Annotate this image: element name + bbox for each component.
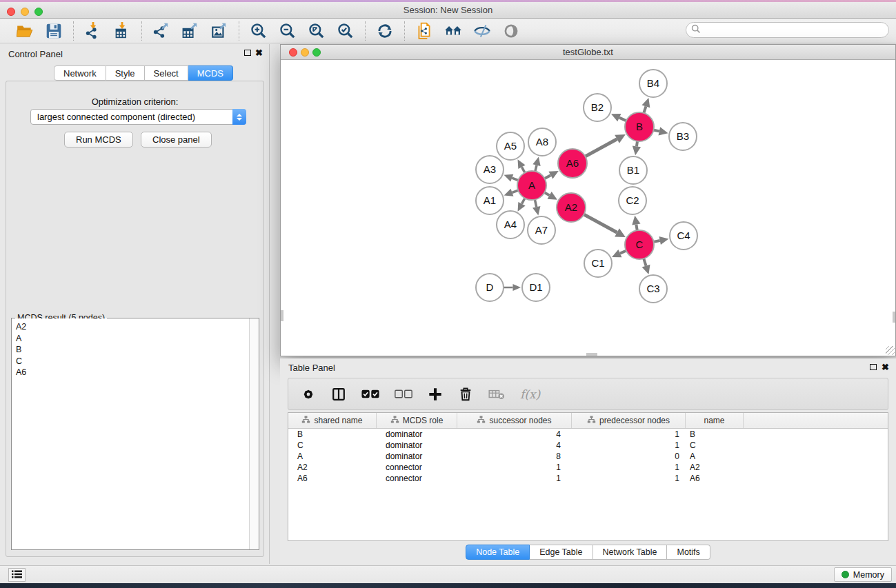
optimization-criterion-select[interactable]: largest connected component (directed)	[30, 109, 246, 125]
copy-network-icon[interactable]	[415, 21, 434, 41]
tab-network-table[interactable]: Network Table	[593, 545, 668, 560]
column-header-name[interactable]: name	[686, 413, 744, 428]
svg-text:C: C	[636, 239, 644, 250]
table-panel: Table Panel ✖ f(x) shared nameMCDS roles…	[280, 358, 896, 564]
tab-mcds[interactable]: MCDS	[188, 65, 233, 81]
add-column-icon[interactable]	[428, 387, 443, 402]
import-network-icon[interactable]	[83, 21, 103, 41]
graph-node-A3[interactable]: A3	[476, 156, 504, 183]
search-icon	[691, 24, 701, 36]
graph-node-A5[interactable]: A5	[497, 132, 524, 160]
memory-button[interactable]: Memory	[834, 567, 892, 582]
gear-icon[interactable]	[301, 387, 316, 402]
split-columns-icon[interactable]	[331, 387, 346, 402]
function-builder-icon[interactable]: f(x)	[520, 387, 540, 401]
open-file-icon[interactable]	[15, 21, 34, 41]
table-close-panel-icon[interactable]: ✖	[882, 362, 889, 372]
table-row[interactable]: Cdominator41C	[288, 440, 888, 451]
refresh-layout-icon[interactable]	[375, 21, 395, 41]
graph-node-C1[interactable]: C1	[584, 250, 612, 277]
table-float-panel-icon[interactable]	[870, 363, 877, 372]
task-list-icon	[12, 570, 22, 580]
select-all-icon[interactable]	[361, 389, 379, 399]
network-canvas[interactable]: B4B2BB3A5A8A6A3B1AA1C2A2A4A7CC4C1C3DD1	[281, 60, 895, 356]
import-table-icon[interactable]	[112, 21, 132, 41]
result-list-item[interactable]: A6	[16, 367, 249, 378]
export-table-icon[interactable]	[181, 21, 200, 41]
table-cell: 1	[572, 429, 686, 440]
network-graph[interactable]: B4B2BB3A5A8A6A3B1AA1C2A2A4A7CC4C1C3DD1	[281, 60, 895, 356]
save-session-icon[interactable]	[44, 21, 63, 41]
zoom-fit-icon[interactable]	[307, 21, 326, 41]
zoom-selected-icon[interactable]	[336, 21, 355, 41]
mcds-result-list[interactable]: A2ABCA6	[12, 318, 249, 549]
column-header-MCDS-role[interactable]: MCDS role	[377, 413, 457, 428]
result-list-item[interactable]: A	[16, 333, 249, 345]
graph-node-D1[interactable]: D1	[522, 274, 550, 301]
tab-style[interactable]: Style	[106, 65, 145, 81]
close-panel-button[interactable]: Close panel	[141, 132, 212, 148]
graph-node-A8[interactable]: A8	[528, 128, 556, 156]
close-panel-icon[interactable]: ✖	[255, 48, 263, 58]
deselect-all-icon[interactable]	[395, 389, 412, 399]
graph-node-C[interactable]: C	[625, 230, 654, 259]
run-mcds-button[interactable]: Run MCDS	[64, 132, 133, 148]
graph-node-B1[interactable]: B1	[619, 156, 647, 184]
export-network-icon[interactable]	[152, 21, 171, 41]
table-row[interactable]: Bdominator41B	[288, 429, 888, 440]
delete-column-icon[interactable]	[458, 387, 473, 402]
tab-select[interactable]: Select	[145, 65, 188, 81]
tab-edge-table[interactable]: Edge Table	[530, 545, 593, 560]
graph-node-B2[interactable]: B2	[584, 94, 611, 121]
export-image-icon[interactable]	[210, 21, 229, 41]
toolbar-group	[405, 21, 530, 41]
zoom-in-icon[interactable]	[249, 21, 268, 41]
control-panel: Control Panel ✖ NetworkStyleSelectMCDS O…	[0, 44, 270, 564]
column-header-predecessor-nodes[interactable]: predecessor nodes	[572, 413, 686, 428]
graph-node-D[interactable]: D	[476, 274, 504, 301]
result-list-item[interactable]: B	[16, 344, 249, 356]
graph-node-B[interactable]: B	[625, 112, 654, 141]
tab-node-table[interactable]: Node Table	[466, 545, 530, 560]
graph-node-B3[interactable]: B3	[669, 123, 697, 150]
column-header-successor-nodes[interactable]: successor nodes	[457, 413, 572, 428]
control-panel-header: Control Panel ✖	[0, 44, 269, 63]
node-table[interactable]: shared nameMCDS rolesuccessor nodesprede…	[288, 412, 888, 541]
float-panel-icon[interactable]	[244, 48, 251, 58]
column-header-shared-name[interactable]: shared name	[288, 413, 377, 428]
result-list-item[interactable]: A2	[16, 321, 249, 333]
search-input[interactable]	[701, 26, 888, 35]
delete-table-icon[interactable]	[488, 388, 505, 401]
result-list-scrollbar[interactable]	[249, 318, 259, 549]
tab-network[interactable]: Network	[54, 65, 106, 81]
status-bar: Memory	[0, 565, 896, 583]
table-row[interactable]: Adominator80A	[288, 451, 888, 462]
toolbar-group	[142, 21, 239, 41]
result-list-item[interactable]: C	[16, 356, 249, 367]
table-row[interactable]: A2connector11A2	[288, 462, 888, 473]
graph-node-A7[interactable]: A7	[528, 216, 555, 244]
svg-text:D: D	[486, 281, 494, 293]
table-row[interactable]: A6connector11A6	[288, 473, 888, 484]
graph-node-A6[interactable]: A6	[558, 149, 587, 178]
graph-node-C3[interactable]: C3	[639, 275, 667, 303]
show-hide-panel-icon[interactable]	[501, 21, 521, 41]
graph-node-C4[interactable]: C4	[670, 222, 697, 250]
graph-node-B4[interactable]: B4	[639, 70, 667, 97]
table-cell: A	[686, 451, 744, 462]
style-preview-icon[interactable]	[472, 21, 492, 41]
home-layout-icon[interactable]	[444, 21, 463, 41]
network-window-titlebar[interactable]: testGlobe.txt	[281, 45, 895, 60]
graph-node-C2[interactable]: C2	[619, 187, 646, 214]
graph-node-A2[interactable]: A2	[557, 193, 586, 222]
graph-node-A1[interactable]: A1	[476, 187, 504, 214]
graph-node-A4[interactable]: A4	[497, 211, 524, 239]
svg-text:C1: C1	[591, 257, 604, 269]
task-history-button[interactable]	[8, 568, 26, 582]
window-resize-grip[interactable]	[886, 346, 895, 355]
graph-node-A[interactable]: A	[517, 171, 546, 200]
session-title: Session: New Session	[0, 5, 896, 15]
search-field[interactable]	[686, 22, 889, 38]
tab-motifs[interactable]: Motifs	[667, 545, 710, 560]
zoom-out-icon[interactable]	[278, 21, 297, 41]
